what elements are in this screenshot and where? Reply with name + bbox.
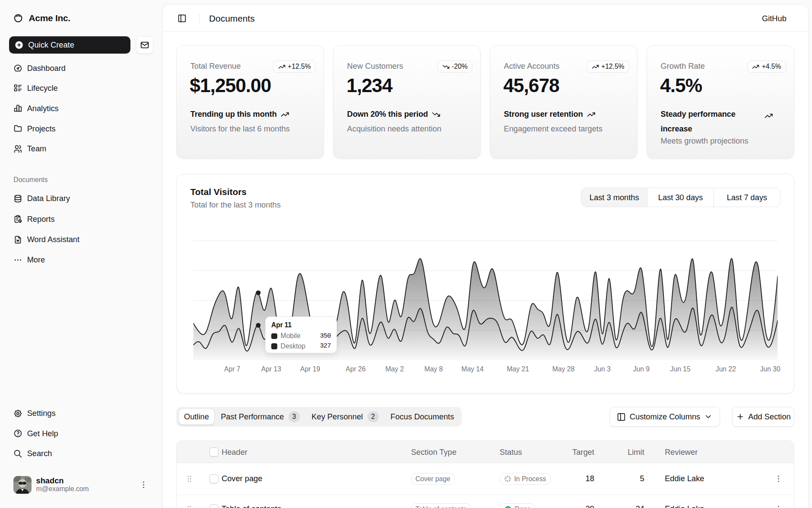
svg-text:Apr 26: Apr 26	[346, 365, 366, 373]
svg-text:Apr 19: Apr 19	[300, 365, 320, 373]
svg-text:May 14: May 14	[462, 365, 484, 373]
svg-text:May 28: May 28	[552, 365, 575, 373]
svg-text:Jun 3: Jun 3	[594, 365, 611, 373]
svg-text:Jun 9: Jun 9	[633, 365, 650, 373]
svg-text:May 8: May 8	[425, 365, 443, 373]
svg-text:May 2: May 2	[386, 365, 404, 373]
svg-text:Jun 22: Jun 22	[716, 365, 736, 373]
svg-text:May 21: May 21	[507, 365, 529, 373]
svg-text:Apr 13: Apr 13	[261, 365, 281, 373]
svg-text:Apr 7: Apr 7	[224, 365, 240, 373]
svg-text:Jun 30: Jun 30	[760, 365, 780, 373]
svg-text:Jun 15: Jun 15	[670, 365, 691, 373]
